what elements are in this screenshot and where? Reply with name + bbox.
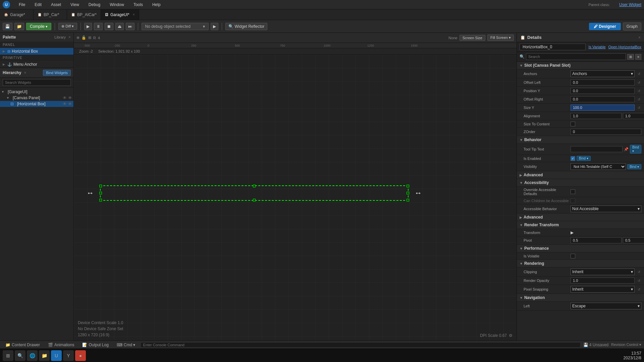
visibility-dropdown[interactable]: Not Hit-Testable (Self C [571,163,626,170]
menu-asset[interactable]: Asset [49,2,63,8]
nav-left-dropdown[interactable]: Escape ▾ [571,303,641,309]
animations-tab[interactable]: 🎬 Animations [45,342,77,348]
handle-top-mid[interactable] [253,185,256,187]
alignment-x-input[interactable] [571,113,622,119]
navigation-section-header[interactable]: ▼ Navigation [517,294,644,302]
menu-edit[interactable]: Edit [33,2,44,8]
screen-size-button[interactable]: Screen Size [460,35,485,41]
menu-debug[interactable]: Debug [87,2,102,8]
graph-button[interactable]: Graph [623,22,641,31]
taskbar-unreal-btn[interactable]: U [51,350,62,361]
tab-garageui[interactable]: 🖼 GarageUI* × [101,9,139,20]
accessible-behavior-dropdown[interactable]: Not Accessible ▾ [571,205,641,212]
menu-file[interactable]: File [17,2,27,8]
size-y-input[interactable] [571,105,635,111]
alignment-y-input[interactable] [623,113,644,119]
override-accessible-checkbox[interactable] [571,189,575,194]
offset-left-reset[interactable]: ↺ [637,80,641,85]
rendering-section-header[interactable]: ▼ Rendering [517,260,644,267]
advanced-section-header[interactable]: ▶ Advanced [517,171,644,179]
position-y-reset[interactable]: ↺ [637,89,641,93]
details-grid-view[interactable]: ⊞ [627,54,634,60]
widget-name-input[interactable] [520,44,586,50]
taskbar-search-btn[interactable]: 🔍 [15,350,25,361]
handle-mid-right[interactable] [407,192,409,194]
play-button[interactable]: ▶ [84,23,92,30]
tab-garage[interactable]: 🏠 Garage* [0,9,34,20]
hier-item-horizontal-box[interactable]: ⊟ [Horizontal Box] 👁 👁 [0,101,73,107]
offset-right-input[interactable] [571,96,635,102]
pixel-snapping-reset[interactable]: ↺ [637,287,641,292]
clipping-dropdown[interactable]: Inherit ▾ [571,268,635,275]
browse-button[interactable]: 📁 [14,23,24,30]
taskbar-app1-btn[interactable]: Y [63,350,74,361]
eject-button[interactable]: ⏏ [115,23,124,30]
handle-top-right[interactable] [407,185,409,187]
pivot-y-input[interactable] [623,237,644,243]
output-log-tab[interactable]: 📝 Output Log [79,342,111,348]
console-input[interactable] [141,342,580,348]
handle-bot-left[interactable] [99,199,102,201]
palette-close[interactable]: × [68,35,71,40]
dpi-settings-icon[interactable]: ⚙ [509,333,513,338]
render-opacity-input[interactable] [571,278,635,284]
stop-button[interactable]: ⏹ [105,23,113,30]
details-close[interactable]: × [638,35,641,40]
size-to-content-checkbox[interactable] [571,122,575,126]
anchors-reset[interactable]: ↺ [637,72,641,76]
is-enabled-checkbox[interactable] [571,156,575,161]
parent-class-link[interactable]: User Widget [619,2,641,7]
visibility-bind-btn[interactable]: Bind ▾ [627,164,641,169]
hier-item-garageui[interactable]: ▼ [GarageUI] [0,89,73,95]
hierarchy-search-input[interactable] [3,79,71,86]
zorder-input[interactable] [571,129,641,135]
hier-item-canvas-panel[interactable]: ▼ [Canvas Panel] 👁 👁 [0,95,73,101]
fill-screen-button[interactable]: Fill Screen ▾ [487,35,514,41]
taskbar-app2-btn[interactable]: ● [75,350,86,361]
size-y-reset[interactable]: ↺ [637,106,641,110]
designer-button[interactable]: 🖊 Designer [589,23,621,30]
skip-button[interactable]: ⏭ [126,23,135,30]
behavior-section-header[interactable]: ▼ Behavior [517,136,644,144]
tab-bp-aicار[interactable]: 📋 BP_AICar* [67,9,101,20]
tool-tip-pin[interactable]: 📌 [624,147,629,152]
handle-top-left[interactable] [99,185,102,187]
slot-section-header[interactable]: ▼ Slot (Canvas Panel Slot) [517,62,644,69]
offset-left-input[interactable] [571,79,635,85]
is-volatile-checkbox[interactable] [571,254,575,258]
menu-tools[interactable]: Tools [131,2,145,8]
is-enabled-bind-btn[interactable]: Bind ▾ [577,156,591,161]
diff-button[interactable]: ⊕ Diff ▾ [58,23,77,30]
hierarchy-close[interactable]: × [24,70,26,75]
tool-tip-input[interactable] [571,146,623,152]
pivot-x-input[interactable] [571,237,622,243]
palette-item-horizontal-box[interactable]: ▶ ⊟ Horizontal Box [0,48,73,55]
menu-window[interactable]: Window [108,2,126,8]
advanced2-section-header[interactable]: ▶ Advanced [517,214,644,221]
cmd-tab[interactable]: ⌨ Cmd ▾ [114,342,138,348]
handle-mid-left[interactable] [99,192,102,194]
compile-button[interactable]: Compile ▾ [26,23,51,30]
canvas[interactable]: ↔ ↔ Device Content Scale 1.0 No Device S… [74,55,517,341]
menu-help[interactable]: Help [150,2,163,8]
save-button[interactable]: 💾 [3,23,12,30]
handle-bot-right[interactable] [407,199,409,201]
handle-bot-mid[interactable] [253,199,256,201]
accessibility-section-header[interactable]: ▼ Accessibility [517,179,644,187]
anchors-dropdown[interactable]: Anchors ▾ [571,70,635,77]
details-list-view[interactable]: ≡ [635,54,641,60]
taskbar-file-btn[interactable]: 📁 [39,350,50,361]
palette-item-menu-anchor[interactable]: ▶ ⚓ Menu Anchor [0,61,73,68]
offset-right-reset[interactable]: ↺ [637,97,641,102]
palette-library-tab[interactable]: Library [54,35,66,39]
is-variable-button[interactable]: Is Variable [588,45,605,49]
content-drawer-tab[interactable]: 📁 Content Drawer [3,342,43,348]
taskbar-windows-btn[interactable]: ⊞ [3,350,13,361]
debug-dropdown[interactable]: No debug object selected ▾ [142,23,209,30]
clipping-reset[interactable]: ↺ [637,270,641,274]
pause-button[interactable]: ⏸ [94,23,103,30]
tab-garageui-close[interactable]: × [133,13,135,16]
taskbar-browser-btn[interactable]: 🌐 [27,350,38,361]
revision-control[interactable]: Revision Control ▾ [611,343,641,347]
menu-view[interactable]: View [68,2,81,8]
